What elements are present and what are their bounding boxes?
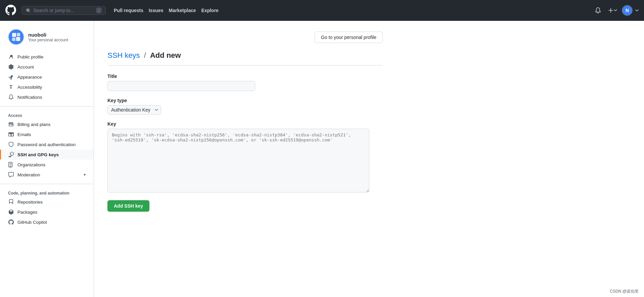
svg-rect-3 [16,37,20,41]
sidebar-profile: nuoboli Your personal account [0,29,94,52]
search-icon [26,8,31,13]
email-icon [8,132,14,137]
sidebar-item-emails[interactable]: Emails [0,129,94,139]
nav-pull-requests[interactable]: Pull requests [114,8,143,13]
create-new-btn[interactable] [606,6,619,15]
nav-explore[interactable]: Explore [201,8,219,13]
avatar-placeholder-icon [11,32,21,42]
gear-icon [8,64,14,70]
sidebar-item-accessibility[interactable]: Accessibility [0,82,94,92]
breadcrumb-parent[interactable]: SSH keys [107,51,140,59]
key-textarea[interactable] [107,129,369,193]
topnav-right: N [593,5,639,16]
footer-text: CSDN @诺伯里 [610,289,639,294]
user-menu-chevron[interactable] [635,9,639,12]
access-section-label: Access [0,111,94,119]
accessibility-icon [8,84,14,90]
top-navigation: / Pull requests Issues Marketplace Explo… [0,0,644,21]
sidebar-section-general: Public profile Account Appearance Access… [0,52,94,102]
sidebar-section-code: Repositories Packages GitHub Copilot [0,197,94,227]
sidebar-section-access: Billing and plans Emails Password and au… [0,119,94,180]
nav-links: Pull requests Issues Marketplace Explore [114,8,219,13]
brush-icon [8,74,14,80]
sidebar-item-public-profile[interactable]: Public profile [0,52,94,62]
breadcrumb-current: Add new [150,51,181,59]
notifications-bell-btn[interactable] [593,6,603,15]
breadcrumb: SSH keys / Add new [107,51,383,60]
shield-icon [8,142,14,147]
settings-sidebar: nuoboli Your personal account Public pro… [0,21,94,297]
sidebar-item-repositories[interactable]: Repositories [0,197,94,207]
moderation-icon [8,172,14,177]
sidebar-item-password-auth[interactable]: Password and authentication [0,139,94,150]
title-label: Title [107,74,383,79]
sidebar-item-appearance[interactable]: Appearance [0,72,94,82]
key-type-select[interactable]: Authentication Key Signing Key [107,105,161,115]
sidebar-divider-2 [0,184,94,184]
page-container: nuoboli Your personal account Public pro… [0,21,644,297]
sidebar-item-moderation[interactable]: Moderation ▾ [0,170,94,180]
svg-rect-0 [12,33,16,37]
title-form-group: Title [107,74,383,91]
main-divider [107,65,383,66]
bell-icon [8,94,14,100]
avatar [8,29,24,45]
add-ssh-key-button[interactable]: Add SSH key [107,200,149,212]
main-content: Go to your personal profile SSH keys / A… [94,21,396,297]
search-bar[interactable]: / [21,6,106,15]
copilot-icon [8,219,14,225]
person-icon [8,54,14,59]
svg-rect-2 [12,38,15,41]
key-icon [8,152,14,157]
key-type-form-group: Key type Authentication Key Signing Key [107,98,383,115]
sidebar-item-ssh-gpg[interactable]: SSH and GPG keys [0,150,94,160]
key-type-label: Key type [107,98,383,103]
sidebar-item-account[interactable]: Account [0,62,94,72]
repo-icon [8,199,14,205]
moderation-expand-icon: ▾ [84,172,86,177]
sidebar-item-organizations[interactable]: Organizations [0,160,94,170]
search-shortcut: / [96,8,101,13]
sidebar-item-copilot[interactable]: GitHub Copilot [0,217,94,227]
svg-rect-1 [17,33,20,36]
sidebar-username: nuoboli [28,32,68,38]
breadcrumb-separator: / [144,51,146,59]
key-form-group: Key [107,121,383,194]
goto-profile-button[interactable]: Go to your personal profile [315,32,383,43]
sidebar-item-billing[interactable]: Billing and plans [0,119,94,129]
nav-issues[interactable]: Issues [149,8,164,13]
code-section-label: Code, planning, and automation [0,188,94,197]
key-label: Key [107,121,383,127]
title-input[interactable] [107,81,255,91]
org-icon [8,162,14,167]
user-avatar-menu[interactable]: N [622,5,633,16]
nav-marketplace[interactable]: Marketplace [169,8,196,13]
sidebar-item-notifications[interactable]: Notifications [0,92,94,102]
package-icon [8,209,14,215]
sidebar-subtitle: Your personal account [28,38,68,42]
github-logo[interactable] [5,5,16,16]
sidebar-item-packages[interactable]: Packages [0,207,94,217]
search-input[interactable] [33,8,94,13]
dropdown-chevron-icon [614,9,617,12]
billing-icon [8,122,14,127]
sidebar-divider-1 [0,106,94,107]
